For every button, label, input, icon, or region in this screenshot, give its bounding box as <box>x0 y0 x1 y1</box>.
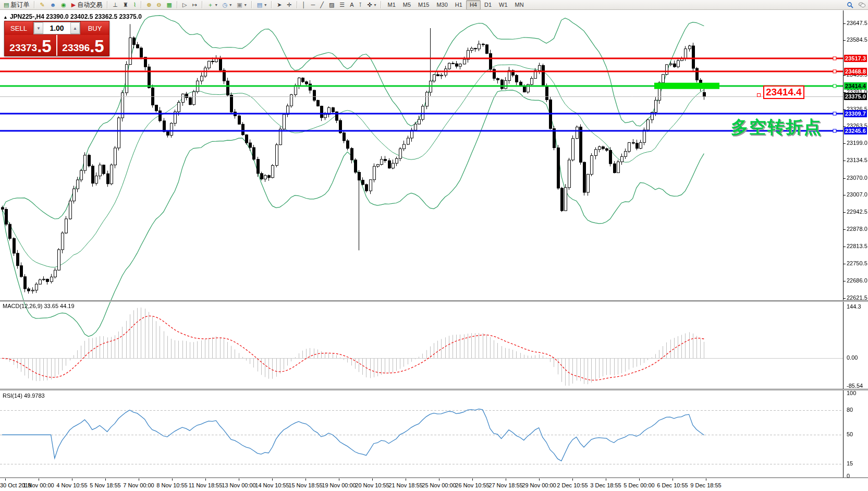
text-icon: A <box>350 1 353 9</box>
zoom-out-button[interactable]: ⊖ <box>154 0 164 10</box>
timeframe-h4-button[interactable]: H4 <box>466 0 481 10</box>
vline-icon: │ <box>302 1 306 9</box>
autotrading-button[interactable]: ▶自动交易 <box>69 0 105 10</box>
macd-axis-min: -85.54 <box>847 383 863 389</box>
price-axis-label: 22878.0 <box>847 226 867 232</box>
timeframe-m1-button[interactable]: M1 <box>384 0 399 10</box>
bar-chart-button[interactable]: ⊥ <box>110 0 120 10</box>
text-button[interactable]: A <box>347 0 356 10</box>
time-axis-tick <box>139 478 139 481</box>
timeframe-m15-button[interactable]: M15 <box>414 0 433 10</box>
tile-windows-icon: ▦ <box>167 1 172 9</box>
trendline-icon: ╱ <box>320 1 324 9</box>
time-axis-tick <box>372 478 373 481</box>
time-axis-label: 5 Nov 18:55 <box>90 482 120 488</box>
candle-chart-icon: ♜ <box>123 1 128 9</box>
sell-price-int: 23373 <box>9 41 37 55</box>
trendline-button[interactable]: ╱ <box>317 0 326 10</box>
buy-button[interactable]: BUY <box>81 21 109 35</box>
rsi-axis-label: 100 <box>847 390 856 396</box>
sell-button[interactable]: SELL <box>5 21 33 35</box>
time-axis[interactable]: 30 Oct 20191 Nov 00:004 Nov 10:555 Nov 1… <box>0 478 868 491</box>
new-order-button-label: 新订单 <box>10 1 29 9</box>
line-chart-button[interactable]: ⌇ <box>131 0 139 10</box>
timeframe-mn-button[interactable]: MN <box>511 0 528 10</box>
templates-button[interactable]: ▣▾ <box>234 0 249 10</box>
collapse-arrow-icon[interactable]: ▲ <box>3 15 8 20</box>
callout-anchor-handle[interactable] <box>757 93 761 97</box>
symbol-ohlc-text: JPN225-,H4 23390.0 23402.5 23362.5 23375… <box>10 13 142 20</box>
profile-icon: ☻ <box>50 1 56 9</box>
sell-price[interactable]: 23373 .5 <box>5 35 57 56</box>
level-price-badge: 23468.8 <box>844 68 867 75</box>
autotrading-icon: ▶ <box>71 1 76 9</box>
price-axis-tick <box>843 178 846 179</box>
tile-windows-button[interactable]: ▦ <box>164 0 175 10</box>
timeframe-m5-button[interactable]: M5 <box>399 0 414 10</box>
auto-scroll-button[interactable]: ▷ <box>180 0 189 10</box>
time-axis-tick <box>572 478 573 481</box>
time-axis-tick <box>339 478 339 481</box>
channel-button[interactable]: ▨ <box>326 0 337 10</box>
search-icon[interactable] <box>844 0 856 10</box>
cursor-button[interactable]: ➤ <box>274 0 284 10</box>
price-axis-tick <box>843 75 846 76</box>
chevron-down-icon[interactable]: ▾ <box>215 3 217 7</box>
candle-chart-button[interactable]: ♜ <box>120 0 131 10</box>
timeframe-w1-button[interactable]: W1 <box>495 0 511 10</box>
fibonacci-button[interactable]: ☰ <box>337 0 347 10</box>
sep1 <box>34 1 35 8</box>
crosshair-button[interactable]: ✛ <box>284 0 294 10</box>
time-axis-label: 7 Nov 00:00 <box>123 482 154 488</box>
zoom-in-button[interactable]: ⊕ <box>144 0 154 10</box>
vline-button[interactable]: │ <box>300 0 309 10</box>
highlight-tool-button[interactable]: ✎ <box>37 0 47 10</box>
zoom-in-icon: ⊕ <box>146 1 151 9</box>
price-axis-tick <box>843 40 846 41</box>
time-axis-label: 26 Nov 10:55 <box>455 482 489 488</box>
profile-button[interactable]: ☻ <box>47 0 59 10</box>
indicator-window-icon: ▤ <box>257 1 262 9</box>
chevron-down-icon[interactable]: ▾ <box>264 3 266 7</box>
sep7 <box>271 1 272 8</box>
chart-shift-button[interactable]: ↦ <box>189 0 199 10</box>
new-order-button[interactable]: ▤新订单 <box>1 0 32 10</box>
price-axis-label: 22750.5 <box>847 260 867 266</box>
level-price-badge: 23414.4 <box>844 82 867 90</box>
price-callout-label[interactable]: 23414.4 <box>763 85 804 99</box>
buy-price[interactable]: 23396 .5 <box>57 35 109 56</box>
time-axis-label: 4 Nov 10:55 <box>56 482 87 488</box>
volume-input[interactable] <box>43 22 70 34</box>
volume-down-button[interactable]: ▼ <box>34 22 43 34</box>
arrows-button[interactable]: ✜▾ <box>364 0 378 10</box>
indicator-window-button[interactable]: ▤▾ <box>254 0 269 10</box>
label-button[interactable]: ⊺ <box>357 0 365 10</box>
pane-separator-macd[interactable] <box>0 300 868 302</box>
chevron-down-icon[interactable]: ▾ <box>229 3 231 7</box>
time-axis-label: 21 Nov 18:55 <box>388 482 422 488</box>
chart-canvas[interactable] <box>0 10 843 478</box>
turning-point-annotation[interactable]: 多空转折点 <box>731 116 822 139</box>
timeframe-m30-button[interactable]: M30 <box>433 0 451 10</box>
pane-separator-rsi[interactable] <box>0 389 868 390</box>
chevron-down-icon[interactable]: ▾ <box>244 3 247 7</box>
indicators-button[interactable]: ＋▾ <box>205 0 220 10</box>
timeframe-h1-button[interactable]: H1 <box>451 0 466 10</box>
time-axis-label: 5 Dec 00:00 <box>624 482 654 488</box>
chat-icon[interactable] <box>856 0 868 10</box>
time-axis-tick <box>39 478 39 481</box>
chevron-down-icon[interactable]: ▾ <box>374 3 376 7</box>
signal-button[interactable]: ◉ <box>58 0 69 10</box>
price-axis-label: 23007.0 <box>847 191 867 198</box>
rsi-axis-label: 80 <box>847 407 853 413</box>
time-axis-label: 11 Nov 18:55 <box>189 482 223 488</box>
hline-button[interactable]: ─ <box>308 0 317 10</box>
rsi-axis-label: 50 <box>847 431 853 437</box>
time-axis-tick <box>439 478 439 481</box>
timeframe-d1-button[interactable]: D1 <box>481 0 495 10</box>
sep9 <box>381 1 382 8</box>
price-axis-tick <box>843 298 846 299</box>
volume-up-button[interactable]: ▲ <box>70 22 80 34</box>
level-price-badge: 23309.7 <box>844 110 867 117</box>
periods-button[interactable]: ◷▾ <box>220 0 235 10</box>
